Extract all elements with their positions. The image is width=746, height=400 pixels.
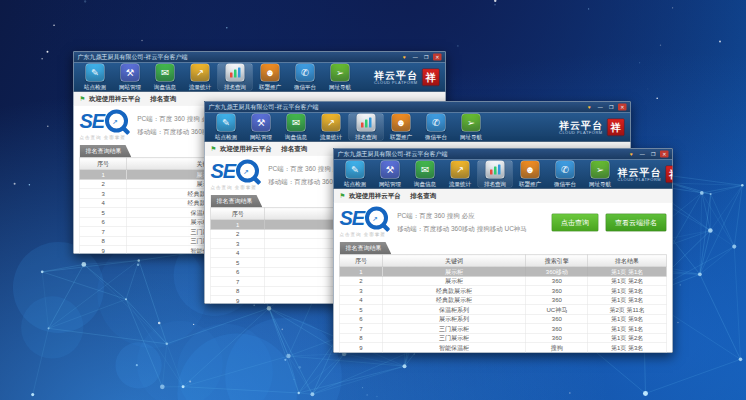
table-row[interactable]: 1展示柜360移动第1页 第1名	[340, 267, 667, 277]
toolbar-item-rank-query[interactable]: 排名查询	[218, 64, 253, 91]
titlebar[interactable]: 广东九鼎王厨具有限公司-祥云平台客户端 ♥ — ❐ ✕	[205, 102, 631, 113]
toolbar-item-label: 网站管理	[119, 83, 141, 91]
maximize-button[interactable]: ❐	[607, 104, 616, 111]
toolbar-item-label: 站点检测	[215, 133, 237, 141]
table-cell: 6	[80, 217, 127, 227]
close-button[interactable]: ✕	[618, 104, 627, 111]
seo-slogan: 点击查询 全面掌握	[80, 135, 129, 142]
table-cell: 1	[211, 220, 265, 230]
toolbar-item-site-check[interactable]: ✎站点检测	[338, 161, 373, 188]
minimize-button[interactable]: —	[638, 151, 647, 158]
table-cell: 展示柜	[382, 276, 526, 286]
table-cell: 360	[526, 324, 588, 334]
table-row[interactable]: 6展示柜系列360第1页 第9名	[340, 314, 667, 324]
skin-button[interactable]: ♥	[585, 104, 594, 111]
table-cell: 6	[340, 314, 382, 324]
table-row[interactable]: 4经典款展示柜360第1页 第3名	[340, 295, 667, 305]
table-cell: 9	[80, 246, 127, 254]
table-cell: 三门展示柜	[382, 333, 526, 343]
titlebar[interactable]: 广东九鼎王厨具有限公司-祥云平台客户端 ♥ — ❐ ✕	[334, 149, 673, 160]
results-tab[interactable]: 排名查询结果	[211, 195, 263, 208]
toolbar-item-site-nav[interactable]: ➢网址导航	[323, 64, 358, 91]
toolbar-item-site-check[interactable]: ✎站点检测	[78, 64, 113, 91]
results-tab[interactable]: 排名查询结果	[340, 242, 392, 255]
skin-button[interactable]: ♥	[627, 151, 636, 158]
app-window-3[interactable]: 广东九鼎王厨具有限公司-祥云平台客户端 ♥ — ❐ ✕ ✎站点检测⚒网站管理✉询…	[333, 148, 673, 353]
toolbar-item-site-nav[interactable]: ➢网址导航	[454, 114, 489, 141]
brand-name: 祥云平台	[618, 167, 662, 177]
magnifier-icon: ↗	[236, 160, 259, 183]
toolbar-item-traffic-stats[interactable]: ↗流量统计	[314, 114, 349, 141]
table-cell: 7	[80, 227, 127, 237]
minimize-button[interactable]: —	[596, 104, 605, 111]
table-row[interactable]: 3经典款展示柜360第1页 第3名	[340, 286, 667, 296]
toolbar-item-wechat-platform[interactable]: ✆微信平台	[419, 114, 454, 141]
toolbar-item-traffic-stats[interactable]: ↗流量统计	[443, 161, 478, 188]
window-controls: ♥ — ❐ ✕	[585, 104, 627, 111]
close-button[interactable]: ✕	[433, 54, 442, 61]
toolbar-item-inquiry-info[interactable]: ✉询盘信息	[148, 64, 183, 91]
toolbar-item-alliance-promo[interactable]: ☻联盟推广	[384, 114, 419, 141]
toolbar-item-inquiry-info[interactable]: ✉询盘信息	[408, 161, 443, 188]
column-header: 搜索引擎	[526, 255, 588, 267]
titlebar[interactable]: 广东九鼎王厨具有限公司-祥云平台客户端 ♥ — ❐ ✕	[74, 52, 446, 63]
traffic-stats-icon: ↗	[451, 161, 470, 179]
toolbar-item-wechat-platform[interactable]: ✆微信平台	[288, 64, 323, 91]
seo-logo: SE ↗ 点击查询 全面掌握	[211, 160, 260, 192]
traffic-stats-icon: ↗	[322, 114, 341, 132]
flag-icon: ⚑	[80, 95, 86, 103]
toolbar-item-alliance-promo[interactable]: ☻联盟推广	[513, 161, 548, 188]
table-row[interactable]: 9智能保温柜搜狗第1页 第3名	[340, 343, 667, 353]
results-tab[interactable]: 排名查询结果	[80, 145, 132, 158]
table-cell: 第1页 第3名	[588, 295, 666, 305]
close-button[interactable]: ✕	[660, 151, 669, 158]
table-row[interactable]: 10智能保温柜360第1页 第3名	[340, 352, 667, 353]
table-cell: 4	[80, 198, 127, 208]
cloud-rank-button[interactable]: 查看云端排名	[606, 213, 667, 231]
toolbar-item-traffic-stats[interactable]: ↗流量统计	[183, 64, 218, 91]
table-cell: 9	[211, 296, 265, 304]
table-cell: 5	[211, 258, 265, 268]
toolbar-item-rank-query[interactable]: 排名查询	[478, 161, 513, 188]
toolbar-item-rank-query[interactable]: 排名查询	[349, 114, 384, 141]
table-row[interactable]: 2展示柜360第1页 第2名	[340, 276, 667, 286]
brand-badge-icon: 祥	[666, 165, 674, 183]
toolbar-item-site-manage[interactable]: ⚒网站管理	[373, 161, 408, 188]
column-header: 序号	[211, 208, 265, 220]
seo-logo: SE ↗ 点击查询 全面掌握	[340, 207, 389, 239]
rank-query-icon	[357, 114, 376, 132]
seo-wordmark: SE	[211, 161, 236, 181]
query-button[interactable]: 点击查询	[552, 213, 599, 231]
toolbar-item-label: 网址导航	[589, 180, 611, 188]
table-cell: 4	[340, 295, 382, 305]
brand-badge-icon: 祥	[607, 118, 625, 136]
toolbar-item-site-manage[interactable]: ⚒网站管理	[244, 114, 279, 141]
seo-wordmark: SE	[340, 208, 365, 228]
site-check-icon: ✎	[86, 64, 105, 82]
toolbar-item-site-nav[interactable]: ➢网址导航	[583, 161, 618, 188]
brand-logo: 祥云平台 CLOUD PLATFORM 祥	[559, 118, 627, 136]
minimize-button[interactable]: —	[411, 54, 420, 61]
toolbar-item-wechat-platform[interactable]: ✆微信平台	[548, 161, 583, 188]
toolbar-item-site-check[interactable]: ✎站点检测	[209, 114, 244, 141]
column-header: 序号	[80, 158, 127, 170]
toolbar: ✎站点检测⚒网站管理✉询盘信息↗流量统计排名查询☻联盟推广✆微信平台➢网址导航 …	[74, 63, 446, 93]
table-row[interactable]: 8三门展示柜360第1页 第2名	[340, 333, 667, 343]
maximize-button[interactable]: ❐	[422, 54, 431, 61]
alliance-promo-icon: ☻	[261, 64, 280, 82]
toolbar-item-alliance-promo[interactable]: ☻联盟推广	[253, 64, 288, 91]
toolbar-item-inquiry-info[interactable]: ✉询盘信息	[279, 114, 314, 141]
maximize-button[interactable]: ❐	[649, 151, 658, 158]
toolbar-item-label: 联盟推广	[259, 83, 281, 91]
table-cell: 经典款展示柜	[382, 295, 526, 305]
skin-button[interactable]: ♥	[400, 54, 409, 61]
table-row[interactable]: 7三门展示柜360第1页 第1名	[340, 324, 667, 334]
toolbar-item-site-manage[interactable]: ⚒网站管理	[113, 64, 148, 91]
table-cell: 三门展示柜	[382, 324, 526, 334]
table-cell: 2	[80, 179, 127, 189]
table-cell: 360	[526, 276, 588, 286]
toolbar-item-label: 流量统计	[320, 133, 342, 141]
action-buttons: 点击查询 查看云端排名	[552, 213, 667, 231]
seo-slogan: 点击查询 全面掌握	[340, 232, 389, 239]
table-row[interactable]: 5保温柜系列UC神马第2页 第11名	[340, 305, 667, 315]
